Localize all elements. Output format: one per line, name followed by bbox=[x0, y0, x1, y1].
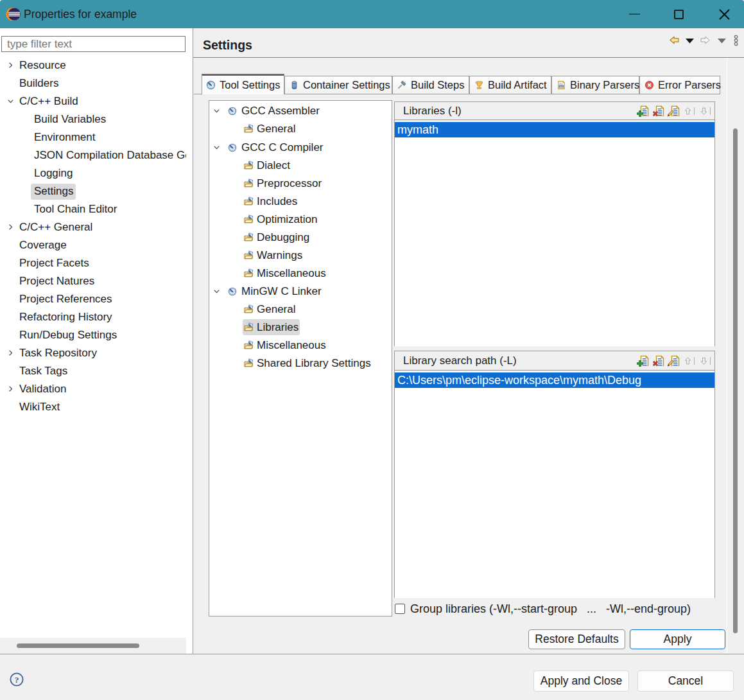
svg-text:?: ? bbox=[15, 675, 19, 685]
